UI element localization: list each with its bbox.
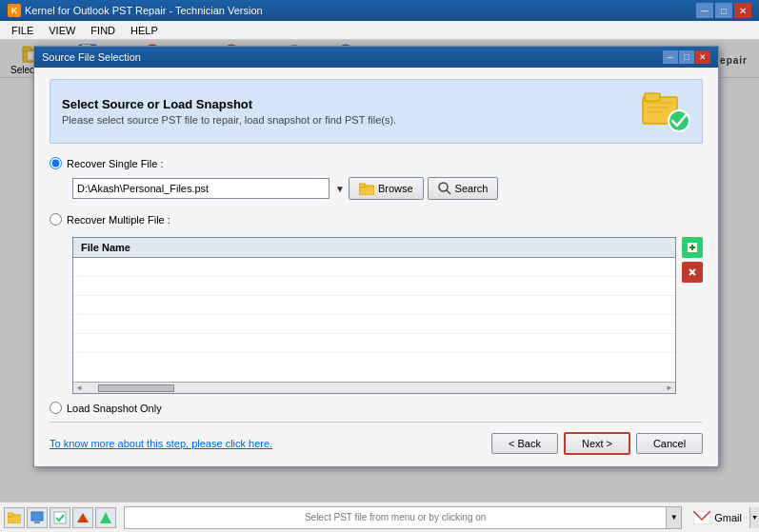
menu-file[interactable]: FILE [4, 23, 41, 38]
scroll-right-arrow[interactable]: ► [666, 384, 673, 392]
search-button[interactable]: Search [428, 177, 499, 200]
svg-marker-36 [100, 512, 111, 523]
table-action-buttons [682, 237, 703, 394]
svg-rect-15 [645, 93, 660, 101]
back-button[interactable]: < Back [491, 433, 558, 454]
svg-rect-32 [31, 512, 43, 521]
modal-content: Select Source or Load Snapshot Please se… [34, 68, 718, 466]
status-icon-3[interactable] [50, 507, 70, 528]
window-title: Kernel for Outlook PST Repair - Technici… [25, 5, 263, 16]
modal-maximize-button[interactable]: □ [679, 50, 694, 64]
svg-point-22 [439, 183, 448, 191]
table-row [73, 353, 675, 372]
title-bar: K Kernel for Outlook PST Repair - Techni… [0, 0, 759, 21]
status-icon-2[interactable] [27, 507, 48, 528]
app-icon: K [8, 4, 21, 17]
menu-help[interactable]: HELP [123, 23, 166, 38]
table-row [73, 277, 675, 296]
next-button[interactable]: Next > [564, 432, 630, 455]
browse-folder-icon [359, 182, 374, 195]
load-snapshot-radio[interactable] [50, 402, 62, 414]
header-subtitle: Please select source PST file to repair,… [62, 114, 641, 126]
screen-tab-icon [30, 511, 44, 524]
status-icon-4[interactable] [72, 507, 93, 528]
menu-bar: FILE VIEW FIND HELP [0, 21, 759, 40]
header-text: Select Source or Load Snapshot Please se… [62, 97, 641, 126]
modal-dialog: Source File Selection ─ □ ✕ Select Sourc… [33, 46, 719, 467]
search-icon [438, 182, 451, 195]
svg-rect-31 [8, 513, 13, 517]
file-table-body[interactable] [73, 258, 675, 382]
scroll-thumb[interactable] [98, 384, 174, 392]
recover-multiple-radio[interactable] [50, 213, 62, 226]
maximize-button[interactable]: □ [715, 3, 732, 18]
arrow-up-tab-icon [76, 511, 90, 524]
recover-multiple-label[interactable]: Recover Multiple File : [67, 214, 170, 226]
status-dropdown-button[interactable]: ▼ [666, 507, 681, 528]
menu-view[interactable]: VIEW [41, 23, 83, 38]
arrow-up-alt-tab-icon [99, 511, 112, 524]
header-icon [641, 89, 690, 133]
cancel-button[interactable]: Cancel [636, 433, 703, 454]
status-input-wrapper: ▼ [124, 506, 682, 529]
file-table: File Name ◄ ► [72, 237, 676, 394]
status-bar: ▼ Gmail ▼ [0, 502, 759, 532]
recover-single-row: Recover Single File : [50, 157, 703, 169]
status-tab-icons [0, 507, 120, 528]
table-row [73, 258, 675, 277]
close-button[interactable]: ✕ [734, 3, 751, 18]
status-icon-5[interactable] [95, 507, 116, 528]
status-text-input[interactable] [125, 507, 666, 528]
svg-line-23 [447, 190, 450, 194]
add-file-button[interactable] [682, 237, 703, 258]
table-row [73, 334, 675, 353]
gmail-label: Gmail [714, 512, 742, 523]
header-section: Select Source or Load Snapshot Please se… [50, 79, 703, 144]
minimize-button[interactable]: ─ [696, 3, 713, 18]
menu-find[interactable]: FIND [83, 23, 123, 38]
modal-title-bar: Source File Selection ─ □ ✕ [34, 47, 718, 68]
help-link[interactable]: To know more about this step, please cli… [50, 438, 272, 449]
search-label: Search [455, 183, 489, 194]
scroll-left-arrow[interactable]: ◄ [75, 384, 83, 392]
table-scrollbar[interactable]: ◄ ► [73, 382, 675, 393]
table-row [73, 315, 675, 334]
file-input-row: D:\Akash\Personal_Files.pst ▼ Browse [72, 177, 703, 200]
load-snapshot-row: Load Snapshot Only [50, 402, 703, 414]
folder-tab-icon [8, 512, 21, 523]
main-window: K Kernel for Outlook PST Repair - Techni… [0, 0, 759, 532]
svg-marker-35 [77, 513, 89, 522]
svg-rect-21 [359, 184, 366, 187]
table-row [73, 296, 675, 315]
add-icon [686, 241, 699, 254]
modal-minimize-button[interactable]: ─ [663, 50, 678, 64]
recover-multiple-section: Recover Multiple File : [50, 209, 703, 233]
file-table-header: File Name [73, 238, 675, 258]
bottom-section: To know more about this step, please cli… [50, 422, 703, 455]
recover-single-radio[interactable] [50, 157, 62, 169]
file-path-select[interactable]: D:\Akash\Personal_Files.pst [72, 178, 330, 199]
modal-controls: ─ □ ✕ [663, 50, 710, 64]
svg-rect-34 [54, 512, 66, 523]
recover-multiple-row: Recover Multiple File : [50, 213, 170, 226]
header-title: Select Source or Load Snapshot [62, 97, 641, 111]
file-table-section: File Name ◄ ► [72, 237, 703, 394]
browse-button[interactable]: Browse [349, 177, 424, 200]
status-icon-1[interactable] [4, 507, 25, 528]
window-controls: ─ □ ✕ [696, 3, 751, 18]
modal-title: Source File Selection [42, 51, 141, 63]
browse-label: Browse [378, 183, 413, 194]
check-tab-icon [53, 511, 67, 524]
load-snapshot-label[interactable]: Load Snapshot Only [67, 403, 162, 414]
modal-close-button[interactable]: ✕ [695, 50, 710, 64]
svg-rect-33 [34, 522, 40, 523]
envelope-check-icon [641, 89, 690, 133]
status-right-arrow[interactable]: ▼ [749, 507, 759, 528]
remove-file-button[interactable] [682, 262, 703, 283]
gmail-icon [693, 511, 710, 524]
navigation-buttons: < Back Next > Cancel [491, 432, 703, 455]
remove-icon [686, 266, 699, 279]
recover-single-label[interactable]: Recover Single File : [67, 158, 164, 169]
gmail-section: Gmail [686, 511, 749, 524]
status-input-area: ▼ [120, 506, 686, 529]
